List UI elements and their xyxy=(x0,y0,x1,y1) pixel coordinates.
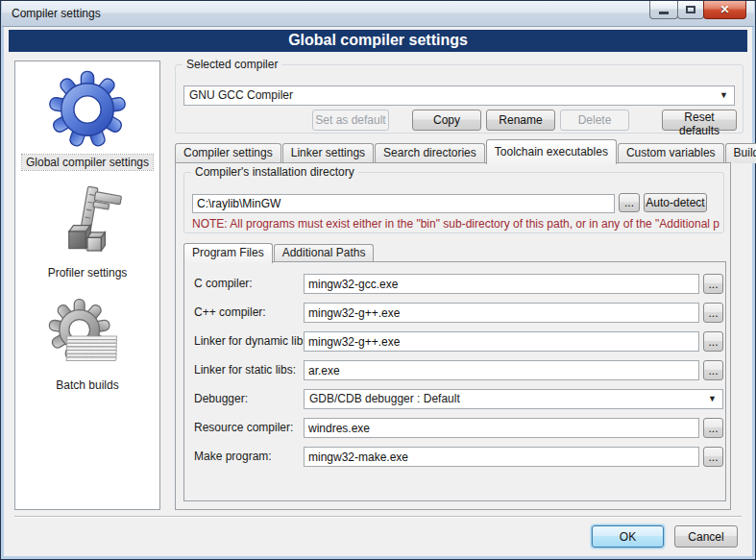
debugger-select-value: GDB/CDB debugger : Default xyxy=(309,392,460,405)
dialog-client-area: Global compiler settings xyxy=(4,27,752,556)
field-label: Make program: xyxy=(194,450,272,463)
tab-program-files[interactable]: Program Files xyxy=(183,243,273,263)
chevron-down-icon: ▼ xyxy=(708,390,717,408)
cpp-compiler-input[interactable] xyxy=(304,303,699,323)
window-title: Compiler settings xyxy=(12,1,101,26)
rename-button[interactable]: Rename xyxy=(486,110,555,131)
toolchain-executables-panel: Compiler's installation directory ... Au… xyxy=(175,162,731,510)
form-row-cpp-compiler: C++ compiler: ... xyxy=(184,303,725,323)
form-row-resource-compiler: Resource compiler: ... xyxy=(184,418,725,438)
c-compiler-input[interactable] xyxy=(304,274,699,294)
cancel-button[interactable]: Cancel xyxy=(674,525,738,548)
settings-category-list: Global compiler settings xyxy=(14,61,160,510)
tab-linker-settings[interactable]: Linker settings xyxy=(282,143,374,163)
selected-compiler-group: Selected compiler GNU GCC Compiler ▼ Set… xyxy=(175,64,744,134)
delete-button[interactable]: Delete xyxy=(560,110,629,131)
set-as-default-button[interactable]: Set as default xyxy=(312,110,389,131)
maximize-button[interactable] xyxy=(677,1,704,19)
installation-directory-input[interactable] xyxy=(192,194,615,213)
browse-make-program-button[interactable]: ... xyxy=(703,447,723,467)
debugger-select[interactable]: GDB/CDB debugger : Default ▼ xyxy=(304,389,723,409)
caption-buttons: ✕ xyxy=(650,1,746,19)
form-row-c-compiler: C compiler: ... xyxy=(184,274,725,294)
blue-gear-icon xyxy=(41,67,134,152)
form-row-debugger: Debugger: GDB/CDB debugger : Default ▼ xyxy=(184,389,725,409)
tab-build-options[interactable]: Build options xyxy=(725,143,756,163)
tab-additional-paths[interactable]: Additional Paths xyxy=(274,244,375,262)
field-label: Linker for dynamic libs: xyxy=(194,334,312,348)
field-label: Resource compiler: xyxy=(194,421,293,434)
browse-c-compiler-button[interactable]: ... xyxy=(703,274,723,294)
sidebar-item-label: Profiler settings xyxy=(44,265,132,280)
minimize-button[interactable] xyxy=(649,1,678,19)
auto-detect-button[interactable]: Auto-detect xyxy=(644,193,707,212)
page-title: Global compiler settings xyxy=(9,30,747,52)
browse-directory-button[interactable]: ... xyxy=(619,193,640,212)
caliper-icon xyxy=(46,185,129,262)
gray-gear-stack-icon xyxy=(43,298,132,375)
form-row-static-linker: Linker for static libs: ... xyxy=(184,360,725,380)
tab-search-directories[interactable]: Search directories xyxy=(375,143,485,163)
program-tabs: Program Files Additional Paths xyxy=(183,242,375,262)
browse-cpp-compiler-button[interactable]: ... xyxy=(703,303,723,323)
field-label: C++ compiler: xyxy=(194,305,266,319)
browse-static-linker-button[interactable]: ... xyxy=(703,360,723,380)
compiler-settings-window: Compiler settings ✕ Global compiler sett… xyxy=(0,0,756,560)
close-icon: ✕ xyxy=(719,3,729,16)
chevron-down-icon: ▼ xyxy=(719,86,728,105)
dynamic-linker-input[interactable] xyxy=(304,331,699,352)
static-linker-input[interactable] xyxy=(304,360,699,380)
browse-dynamic-linker-button[interactable]: ... xyxy=(703,331,723,352)
sidebar-item-label: Batch builds xyxy=(52,377,122,393)
tab-custom-variables[interactable]: Custom variables xyxy=(618,143,724,163)
sidebar-item-global-compiler-settings[interactable]: Global compiler settings xyxy=(15,67,159,170)
program-files-panel: C compiler: ... C++ compiler: ... Linker… xyxy=(183,261,726,501)
settings-tabs: Compiler settings Linker settings Search… xyxy=(175,137,745,163)
titlebar[interactable]: Compiler settings ✕ xyxy=(2,1,754,27)
make-program-input[interactable] xyxy=(304,447,699,467)
note-text: NOTE: All programs must exist either in … xyxy=(192,217,719,231)
group-title: Compiler's installation directory xyxy=(191,165,358,179)
copy-button[interactable]: Copy xyxy=(412,110,481,131)
minimize-icon xyxy=(659,12,669,14)
close-button[interactable]: ✕ xyxy=(703,1,746,19)
browse-resource-compiler-button[interactable]: ... xyxy=(703,418,723,438)
ok-button[interactable]: OK xyxy=(592,525,664,548)
compiler-select[interactable]: GNU GCC Compiler ▼ xyxy=(183,85,735,106)
field-label: C compiler: xyxy=(194,277,253,290)
reset-defaults-button[interactable]: Reset defaults xyxy=(662,110,737,131)
field-label: Linker for static libs: xyxy=(194,363,296,377)
resource-compiler-input[interactable] xyxy=(304,418,699,438)
compiler-select-value: GNU GCC Compiler xyxy=(189,88,293,102)
tab-compiler-settings[interactable]: Compiler settings xyxy=(175,143,281,163)
sidebar-item-label: Global compiler settings xyxy=(22,155,153,170)
sidebar-item-profiler-settings[interactable]: Profiler settings xyxy=(15,185,159,280)
maximize-icon xyxy=(686,6,695,13)
tab-toolchain-executables[interactable]: Toolchain executables xyxy=(486,139,617,164)
form-row-make-program: Make program: ... xyxy=(184,447,725,467)
footer-separator xyxy=(14,516,742,518)
form-row-dynamic-linker: Linker for dynamic libs: ... xyxy=(184,331,725,352)
group-title: Selected compiler xyxy=(183,58,281,71)
installation-directory-group: Compiler's installation directory ... Au… xyxy=(183,172,724,233)
sidebar-item-batch-builds[interactable]: Batch builds xyxy=(15,298,159,393)
field-label: Debugger: xyxy=(194,392,248,405)
